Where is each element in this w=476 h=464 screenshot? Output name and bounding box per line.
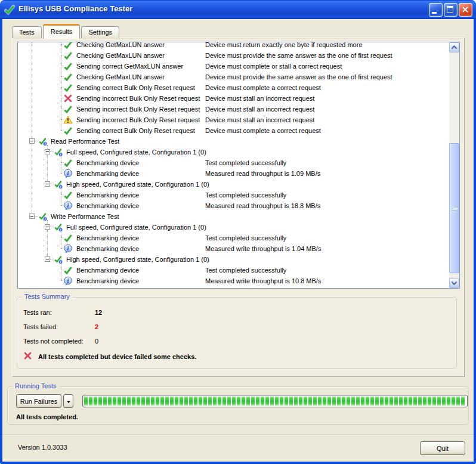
tree-item-label: Benchmarking device xyxy=(76,200,139,211)
tree-row[interactable]: Sending correct Bulk Only Reset requestD… xyxy=(18,125,449,136)
tests-summary-title: Tests Summary xyxy=(22,293,72,300)
run-failures-button[interactable]: Run Failures xyxy=(16,394,61,408)
tree-row[interactable]: iBenchmarking deviceMeasured write throu… xyxy=(18,243,449,254)
tree-row[interactable]: Checking GetMaxLUN answerDevice must ret… xyxy=(18,42,449,50)
fail-icon xyxy=(63,94,73,103)
tree-row[interactable]: Benchmarking deviceTest completed succes… xyxy=(18,233,449,243)
tree-item-label: Sending correct Bulk Only Reset request xyxy=(76,125,195,136)
summary-row-label: Tests ran: xyxy=(23,309,52,316)
tree-item-description: Device must provide the same answer as t… xyxy=(205,50,392,61)
tree-row[interactable]: iBenchmarking deviceMeasured read throug… xyxy=(18,200,449,211)
tree-row[interactable]: iFull speed, Configured state, Configura… xyxy=(18,147,449,157)
collapse-expander[interactable] xyxy=(29,138,35,144)
tree-item-description: Device must complete a correct request xyxy=(205,82,321,93)
tab-tests[interactable]: Tests xyxy=(12,26,42,38)
window-controls xyxy=(429,3,472,17)
tree-row[interactable]: Sending incorrect Bulk Only Reset reques… xyxy=(18,104,449,115)
tree-row[interactable]: iBenchmarking deviceMeasured write throu… xyxy=(18,276,449,286)
tab-settings[interactable]: Settings xyxy=(81,26,119,38)
minimize-button[interactable] xyxy=(429,3,443,17)
summary-row-value: 2 xyxy=(95,322,98,332)
tree-item-description: Test completed successfully xyxy=(205,265,286,276)
summary-row-label: Tests failed: xyxy=(23,323,58,330)
tree-row[interactable]: Sending correct GetMaxLUN answerDevice m… xyxy=(18,61,449,72)
close-icon xyxy=(459,4,472,16)
tree-item-description: Device must stall an incorrect request xyxy=(205,115,314,125)
check-icon xyxy=(63,51,73,60)
tab-results[interactable]: Results xyxy=(43,24,81,39)
tree-item-description: Device must stall an incorrect request xyxy=(205,104,314,115)
tree-row[interactable]: Benchmarking deviceTest completed succes… xyxy=(18,190,449,200)
info-icon: i xyxy=(63,169,73,178)
tree-row[interactable]: iHigh speed, Configured state, Configura… xyxy=(18,254,449,265)
check-info-icon: i xyxy=(54,222,63,232)
collapse-expander[interactable] xyxy=(45,256,50,262)
tree-item-label: Sending incorrect Bulk Only Reset reques… xyxy=(76,93,200,104)
check-icon xyxy=(63,190,73,200)
app-window: Ellisys USB Compliance Tester Tests Resu… xyxy=(0,0,476,464)
tree-row[interactable]: iWrite Performance Test xyxy=(18,211,449,222)
tree-item-label: Benchmarking device xyxy=(76,168,139,179)
tree-row[interactable]: Sending incorrect Bulk Only Reset reques… xyxy=(18,115,449,125)
summary-row-label: Tests not completed: xyxy=(23,338,84,345)
tree-item-description: Measured write throughput is 10.8 MB/s xyxy=(205,276,321,286)
tree-item-label: Sending incorrect Bulk Only Reset reques… xyxy=(76,115,200,125)
tree-item-label: Benchmarking device xyxy=(76,157,139,168)
fail-icon xyxy=(23,351,32,361)
tree-item-description: Test completed successfully xyxy=(205,157,286,168)
collapse-expander[interactable] xyxy=(45,149,50,154)
tree-item-description: Device must complete a correct request xyxy=(205,125,321,136)
scroll-up-button[interactable] xyxy=(449,42,459,52)
check-icon xyxy=(63,233,73,243)
tree-row[interactable]: Checking GetMaxLUN answerDevice must pro… xyxy=(18,50,449,61)
tree-row[interactable]: Benchmarking deviceTest completed succes… xyxy=(18,157,449,168)
tree-row[interactable]: iHigh speed, Configured state, Configura… xyxy=(18,179,449,190)
svg-text:i: i xyxy=(67,245,69,252)
scroll-thumb[interactable] xyxy=(449,143,459,273)
scroll-down-button[interactable] xyxy=(449,278,459,288)
tree-item-label: Benchmarking device xyxy=(76,190,139,200)
check-icon xyxy=(63,42,73,50)
summary-row-value: 12 xyxy=(95,308,102,317)
tree-row[interactable]: Benchmarking deviceTest completed succes… xyxy=(18,265,449,276)
results-tab-page: Checking GetMaxLUN answerDevice must ret… xyxy=(12,38,464,376)
footer-divider xyxy=(2,434,474,435)
tree-row[interactable]: Sending incorrect Bulk Only Reset reques… xyxy=(18,93,449,104)
warn-icon xyxy=(63,115,73,125)
tree-item-label: Checking GetMaxLUN answer xyxy=(76,42,165,50)
collapse-expander[interactable] xyxy=(29,214,35,219)
tree-row[interactable]: iBenchmarking deviceMeasured read throug… xyxy=(18,168,449,179)
collapse-expander[interactable] xyxy=(45,224,50,230)
tree-item-label: Benchmarking device xyxy=(76,276,139,286)
results-tree[interactable]: Checking GetMaxLUN answerDevice must ret… xyxy=(17,42,460,289)
check-info-icon: i xyxy=(54,255,63,264)
progress-fill xyxy=(84,397,466,406)
tree-row[interactable]: Checking GetMaxLUN answerDevice must pro… xyxy=(18,72,449,82)
tree-row[interactable]: Sending correct Bulk Only Reset requestD… xyxy=(18,82,449,93)
collapse-expander[interactable] xyxy=(45,181,50,187)
tree-item-description: Test completed successfully xyxy=(205,233,286,243)
tree-row[interactable]: iFull speed, Configured state, Configura… xyxy=(18,222,449,233)
tree-item-label: High speed, Configured state, Configurat… xyxy=(66,179,209,190)
tree-item-label: Sending correct Bulk Only Reset request xyxy=(76,82,195,93)
info-icon: i xyxy=(63,201,73,211)
running-tests-group: Running Tests Run Failures All tests com… xyxy=(7,386,469,425)
title-bar: Ellisys USB Compliance Tester xyxy=(0,0,476,19)
tree-item-label: Sending correct GetMaxLUN answer xyxy=(76,61,183,72)
app-check-icon xyxy=(4,4,15,15)
maximize-button[interactable] xyxy=(444,3,458,17)
tree-scrollbar[interactable] xyxy=(449,42,459,288)
tree-item-label: Full speed, Configured state, Configurat… xyxy=(66,222,206,233)
tree-row[interactable]: iRead Performance Test xyxy=(18,136,449,147)
check-info-icon: i xyxy=(54,180,63,189)
close-button[interactable] xyxy=(459,3,472,17)
quit-button[interactable]: Quit xyxy=(420,441,465,455)
tree-item-label: Write Performance Test xyxy=(51,211,119,222)
summary-row-value: 0 xyxy=(95,336,98,346)
tree-item-label: Read Performance Test xyxy=(51,136,119,147)
svg-text:i: i xyxy=(67,277,69,284)
tab-bar: Tests Results Settings xyxy=(12,24,120,38)
summary-row: Tests not completed:0 xyxy=(23,336,214,346)
run-options-dropdown-button[interactable] xyxy=(63,394,73,408)
summary-status: All tests completed but device failed so… xyxy=(23,351,196,361)
